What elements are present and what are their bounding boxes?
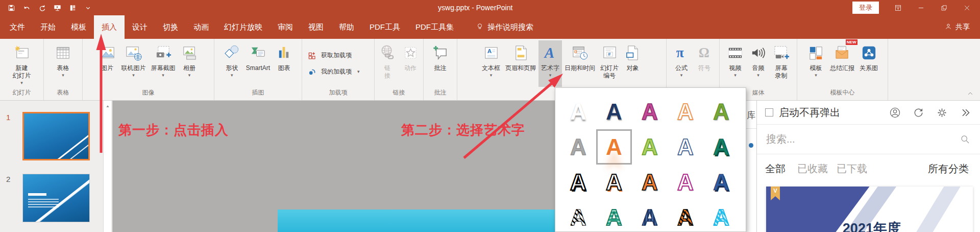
- wordart-style-silver-gradient[interactable]: A: [560, 129, 596, 165]
- shapes-button[interactable]: 形状▾: [220, 40, 243, 87]
- wordart-style-black-white-stripes[interactable]: A: [560, 200, 596, 232]
- tab-insert[interactable]: 插入: [94, 15, 125, 39]
- tab-file[interactable]: 文件: [2, 15, 33, 39]
- tab-design[interactable]: 设计: [125, 15, 155, 39]
- search-input[interactable]: [766, 133, 960, 145]
- wordart-style-black-outline-orange-shadow[interactable]: A: [596, 165, 632, 200]
- slide-thumbnail-2[interactable]: [22, 174, 90, 222]
- collapse-ribbon-button[interactable]: [967, 90, 974, 99]
- get-addins-button[interactable]: 获取加载项: [307, 50, 352, 61]
- layout-icon[interactable]: [68, 4, 77, 12]
- dropdown-caret[interactable]: ▾: [188, 73, 191, 78]
- table-button[interactable]: 表格▾: [52, 40, 75, 87]
- object-button[interactable]: 对象: [621, 40, 644, 87]
- restore-button[interactable]: [940, 4, 948, 12]
- filter-downloaded[interactable]: 已下载: [837, 162, 867, 176]
- tab-view[interactable]: 视图: [301, 15, 331, 39]
- filter-categories[interactable]: 所有分类: [928, 162, 972, 176]
- ribbon-display-button[interactable]: [894, 4, 902, 12]
- dropdown-caret[interactable]: ▾: [815, 73, 817, 78]
- wordart-style-white-blue-outline[interactable]: A: [668, 129, 703, 165]
- wordart-style-lime-fill[interactable]: A: [632, 129, 668, 165]
- search-icon[interactable]: [960, 134, 971, 145]
- save-icon[interactable]: [7, 4, 16, 12]
- comment-button[interactable]: 批注: [429, 40, 452, 87]
- wordart-style-magenta-fill[interactable]: A: [632, 94, 668, 129]
- wordart-style-orange-black-outline[interactable]: A: [632, 165, 668, 200]
- picture-button[interactable]: 图片: [96, 40, 119, 87]
- online-pictures-button[interactable]: 联机图片▾: [119, 40, 149, 87]
- wordart-style-steel-blue-3d[interactable]: A: [703, 165, 739, 200]
- tab-slideshow[interactable]: 幻灯片放映: [216, 15, 270, 39]
- photo-album-button[interactable]: 相册▾: [178, 40, 201, 87]
- filter-favorited[interactable]: 已收藏: [797, 162, 828, 176]
- smartart-button[interactable]: SmartArt: [243, 40, 273, 87]
- text-box-button[interactable]: A文本框▾: [479, 40, 503, 87]
- wordart-style-navy-fill[interactable]: A: [596, 94, 632, 129]
- my-addins-button[interactable]: 我的加载项▾: [307, 66, 360, 78]
- slide-thumbnail-1[interactable]: [22, 112, 90, 160]
- diagram-button[interactable]: 关系图: [857, 40, 880, 87]
- wordart-style-white-shadow[interactable]: A: [560, 94, 596, 129]
- undo-icon[interactable]: [22, 4, 31, 12]
- dropdown-caret[interactable]: ▾: [549, 73, 552, 78]
- scroll-up-icon[interactable]: [104, 101, 111, 108]
- gear-icon[interactable]: [936, 106, 948, 119]
- wordart-style-white-magenta-outline[interactable]: A: [668, 165, 703, 200]
- header-footer-button[interactable]: 页眉和页脚: [503, 40, 538, 87]
- close-button[interactable]: [963, 4, 971, 12]
- video-button[interactable]: 视频▾: [724, 40, 747, 87]
- present-icon[interactable]: [53, 4, 62, 12]
- wordart-style-orange-outline[interactable]: A: [668, 94, 703, 129]
- tab-pdf-toolset[interactable]: PDF工具集: [408, 15, 461, 39]
- share-button[interactable]: 共享: [944, 15, 980, 39]
- wordart-style-orange-reflection[interactable]: A: [596, 129, 632, 165]
- wordart-style-teal-3d[interactable]: A: [703, 129, 739, 165]
- template-card[interactable]: 2021年度 V: [766, 187, 973, 232]
- wordart-button[interactable]: A艺术字▾: [538, 40, 562, 87]
- refresh-icon[interactable]: [912, 106, 925, 119]
- tab-animations[interactable]: 动画: [186, 15, 216, 39]
- tab-review[interactable]: 审阅: [270, 15, 301, 39]
- thumbnail-scrollbar[interactable]: [103, 101, 112, 232]
- summary-report-button[interactable]: NEW总结汇报: [827, 40, 857, 87]
- screenshot-button[interactable]: 屏幕截图▾: [149, 40, 178, 87]
- wordart-style-orange-black-stripes[interactable]: A: [668, 200, 703, 232]
- tab-help[interactable]: 帮助: [331, 15, 362, 39]
- dropdown-caret[interactable]: ▾: [357, 69, 360, 74]
- dropdown-caret[interactable]: ▾: [734, 73, 737, 78]
- audio-button[interactable]: 音频▾: [747, 40, 770, 87]
- dropdown-caret[interactable]: ▾: [20, 81, 23, 85]
- dropdown-caret[interactable]: ▾: [231, 73, 233, 78]
- redo-icon[interactable]: [38, 4, 46, 12]
- equation-button[interactable]: π公式▾: [670, 40, 693, 87]
- wordart-style-teal-stripes[interactable]: A: [596, 200, 632, 232]
- dropdown-caret[interactable]: ▾: [490, 73, 493, 78]
- wordart-style-cyan-sketch[interactable]: A: [703, 200, 739, 232]
- caret-down-icon[interactable]: [84, 4, 92, 12]
- tell-me-search[interactable]: 操作说明搜索: [476, 15, 533, 39]
- tab-template[interactable]: 模板: [63, 15, 94, 39]
- tab-transitions[interactable]: 切换: [155, 15, 186, 39]
- startup-checkbox[interactable]: [765, 108, 773, 117]
- template-button[interactable]: 模板▾: [804, 40, 827, 87]
- wordart-style-navy-pattern[interactable]: A: [632, 200, 668, 232]
- person-circle-icon[interactable]: [889, 106, 901, 119]
- dropdown-caret[interactable]: ▾: [132, 73, 135, 78]
- tab-home[interactable]: 开始: [33, 15, 63, 39]
- wordart-style-black-outline[interactable]: A: [560, 165, 596, 200]
- tab-pdf-tools[interactable]: PDF工具: [362, 15, 408, 39]
- new-slide-button[interactable]: 新建幻灯片▾: [10, 40, 34, 87]
- wordart-style-green-fill[interactable]: A: [703, 94, 739, 129]
- dropdown-caret[interactable]: ▾: [757, 73, 760, 78]
- chart-button[interactable]: 图表: [273, 40, 296, 87]
- slide-number-button[interactable]: #幻灯片编号: [598, 40, 621, 87]
- minimize-button[interactable]: [917, 4, 925, 12]
- dropdown-caret[interactable]: ▾: [162, 73, 164, 78]
- filter-all[interactable]: 全部: [765, 162, 789, 176]
- login-button[interactable]: 登录: [852, 2, 879, 14]
- dropdown-caret[interactable]: ▾: [680, 73, 683, 78]
- screen-recording-button[interactable]: 屏幕录制: [770, 40, 793, 87]
- dropdown-caret[interactable]: ▾: [62, 73, 64, 78]
- chevrons-right-icon[interactable]: [959, 106, 972, 119]
